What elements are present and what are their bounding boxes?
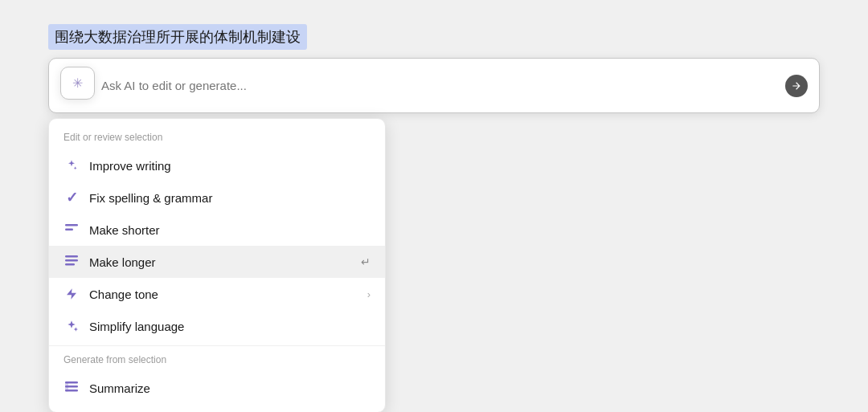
change-tone-label: Change tone xyxy=(89,288,358,301)
section1-label: Edit or review selection xyxy=(49,127,385,149)
sparkle-icon xyxy=(63,157,80,173)
change-tone-icon xyxy=(63,286,80,302)
make-shorter-icon xyxy=(63,222,80,238)
simplify-icon xyxy=(63,318,80,334)
selected-text: 围绕大数据治理所开展的体制机制建设 xyxy=(48,24,307,50)
send-button[interactable] xyxy=(785,75,808,97)
fix-spelling-label: Fix spelling & grammar xyxy=(89,191,371,205)
enter-icon: ↵ xyxy=(361,255,371,268)
simplify-language-label: Simplify language xyxy=(89,320,371,333)
ai-input[interactable] xyxy=(101,79,779,92)
svg-rect-1 xyxy=(65,229,73,231)
summarize-label: Summarize xyxy=(89,381,371,395)
svg-rect-0 xyxy=(65,224,78,226)
menu-item-make-longer[interactable]: Make longer ↵ xyxy=(49,246,385,278)
make-longer-icon xyxy=(63,254,80,270)
menu-item-make-shorter[interactable]: Make shorter xyxy=(49,214,385,246)
check-icon: ✓ xyxy=(63,190,80,206)
section2-divider: Generate from selection Summarize xyxy=(49,345,385,404)
section2-label: Generate from selection xyxy=(49,349,385,372)
dropdown-menu: Edit or review selection Improve writing… xyxy=(48,118,386,412)
svg-rect-4 xyxy=(65,263,75,266)
make-shorter-label: Make shorter xyxy=(89,223,371,237)
improve-writing-label: Improve writing xyxy=(89,159,371,173)
menu-item-summarize[interactable]: Summarize xyxy=(49,372,385,404)
menu-item-change-tone[interactable]: Change tone › xyxy=(49,278,385,310)
ai-input-bar[interactable]: ✳ xyxy=(48,58,820,113)
svg-rect-3 xyxy=(65,259,78,262)
menu-item-improve-writing[interactable]: Improve writing xyxy=(49,149,385,182)
make-longer-label: Make longer xyxy=(89,255,351,269)
svg-rect-8 xyxy=(65,381,68,392)
main-container: 围绕大数据治理所开展的体制机制建设 ✳ Edit or review selec… xyxy=(48,24,820,412)
sparkle-icon: ✳ xyxy=(60,67,95,100)
menu-item-fix-spelling[interactable]: ✓ Fix spelling & grammar xyxy=(49,182,385,214)
summarize-icon xyxy=(63,380,80,396)
svg-rect-2 xyxy=(65,255,78,258)
menu-item-simplify-language[interactable]: Simplify language xyxy=(49,310,385,342)
chevron-right-icon: › xyxy=(367,288,371,300)
